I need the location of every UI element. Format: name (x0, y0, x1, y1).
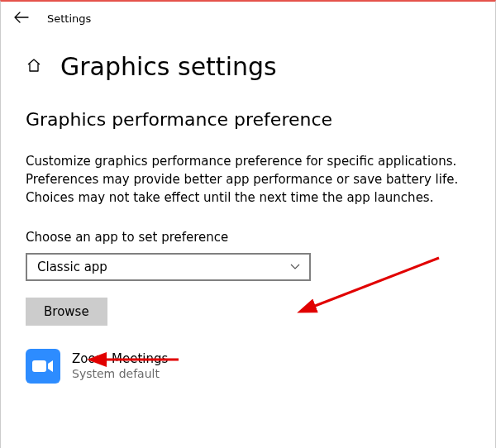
choose-app-label: Choose an app to set preference (26, 230, 470, 245)
page-heading: Graphics settings (26, 52, 470, 81)
description-text: Customize graphics performance preferenc… (26, 153, 470, 207)
page-content: Graphics settings Graphics performance p… (1, 32, 495, 384)
app-preference: System default (72, 367, 168, 382)
home-icon[interactable] (26, 57, 42, 76)
back-arrow-icon[interactable] (11, 10, 32, 27)
topbar-title: Settings (47, 12, 91, 25)
app-name: Zoom Meetings (72, 351, 168, 367)
section-title: Graphics performance preference (26, 109, 470, 130)
chevron-down-icon (289, 263, 301, 271)
browse-button[interactable]: Browse (26, 298, 107, 326)
svg-rect-0 (32, 360, 46, 372)
topbar: Settings (1, 2, 495, 32)
app-type-dropdown[interactable]: Classic app (26, 253, 311, 281)
zoom-app-icon (26, 349, 60, 384)
dropdown-value: Classic app (37, 260, 107, 274)
page-title: Graphics settings (60, 52, 277, 81)
app-list-item[interactable]: Zoom Meetings System default (26, 349, 470, 384)
app-text: Zoom Meetings System default (72, 351, 168, 381)
